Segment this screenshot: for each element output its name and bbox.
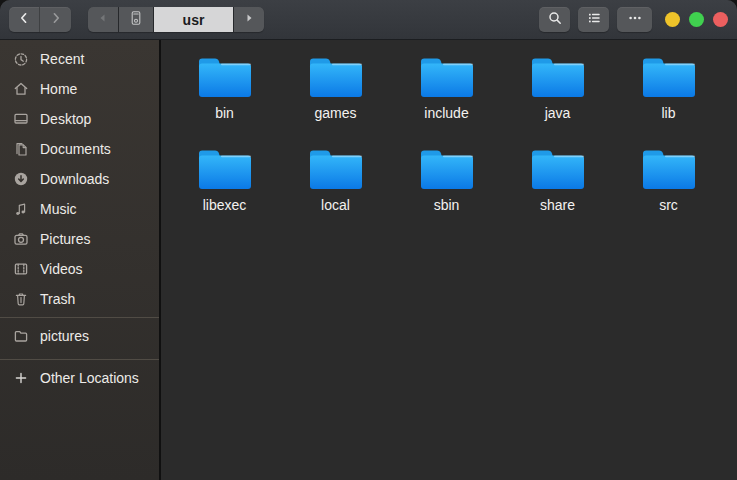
home-icon (13, 81, 29, 97)
sidebar-item-label: Music (40, 201, 77, 217)
folder-item-sbin[interactable]: sbin (391, 144, 502, 236)
triangle-left-icon (95, 10, 111, 29)
folder-name: libexec (203, 197, 247, 213)
list-view-icon (586, 10, 602, 29)
folder-item-java[interactable]: java (502, 52, 613, 144)
folder-icon (13, 328, 29, 344)
folder-icon (305, 53, 367, 101)
sidebar-separator (0, 359, 159, 360)
sidebar-item-pictures[interactable]: Pictures (0, 224, 159, 254)
path-bar: usr (88, 7, 264, 32)
sidebar-item-home[interactable]: Home (0, 74, 159, 104)
sidebar-item-label: Home (40, 81, 77, 97)
sidebar-item-label: Other Locations (40, 370, 139, 386)
sidebar-item-recent[interactable]: Recent (0, 44, 159, 74)
sidebar-item-other-locations[interactable]: Other Locations (0, 363, 159, 393)
recent-icon (13, 51, 29, 67)
bookmarks-list: pictures (0, 321, 159, 351)
sidebar-separator (0, 317, 159, 318)
drive-icon (128, 10, 144, 29)
files-grid: bin games include (163, 40, 737, 480)
places-list: Recent Home Desktop Documents Downloads … (0, 44, 159, 314)
sidebar-item-trash[interactable]: Trash (0, 284, 159, 314)
folder-item-src[interactable]: src (613, 144, 724, 236)
close-button[interactable] (713, 12, 728, 27)
sidebar-item-pictures[interactable]: pictures (0, 321, 159, 351)
folder-name: sbin (434, 197, 460, 213)
sidebar-item-label: Videos (40, 261, 83, 277)
search-button[interactable] (539, 7, 570, 32)
folder-icon (194, 53, 256, 101)
folder-item-local[interactable]: local (280, 144, 391, 236)
sidebar-item-music[interactable]: Music (0, 194, 159, 224)
folder-icon (194, 145, 256, 193)
sidebar-item-documents[interactable]: Documents (0, 134, 159, 164)
menu-icon (627, 10, 643, 29)
forward-button[interactable] (40, 7, 71, 32)
chevron-left-icon (16, 10, 32, 29)
sidebar-item-desktop[interactable]: Desktop (0, 104, 159, 134)
sidebar-item-label: Documents (40, 141, 111, 157)
folder-name: share (540, 197, 575, 213)
folder-icon (305, 145, 367, 193)
folder-icon (638, 53, 700, 101)
folder-item-games[interactable]: games (280, 52, 391, 144)
triangle-right-icon (241, 10, 257, 29)
folder-name: lib (661, 105, 675, 121)
back-button[interactable] (9, 7, 40, 32)
folder-item-libexec[interactable]: libexec (169, 144, 280, 236)
headerbar: usr (0, 0, 737, 40)
folder-name: include (424, 105, 468, 121)
file-manager-window: usr Recent Home (0, 0, 737, 480)
folder-icon (416, 53, 478, 101)
view-list-button[interactable] (578, 7, 609, 32)
folder-name: java (545, 105, 571, 121)
sidebar-item-label: Trash (40, 291, 75, 307)
documents-icon (13, 141, 29, 157)
search-icon (547, 10, 563, 29)
sidebar-item-videos[interactable]: Videos (0, 254, 159, 284)
history-nav (9, 7, 71, 32)
folder-item-share[interactable]: share (502, 144, 613, 236)
sidebar-item-label: Downloads (40, 171, 109, 187)
pictures-icon (13, 231, 29, 247)
folder-icon (527, 53, 589, 101)
places-sidebar: Recent Home Desktop Documents Downloads … (0, 40, 161, 480)
sidebar-item-label: Recent (40, 51, 84, 67)
sidebar-item-label: pictures (40, 328, 89, 344)
music-icon (13, 201, 29, 217)
folder-name: games (314, 105, 356, 121)
sidebar-item-label: Desktop (40, 111, 91, 127)
path-root-drive-button[interactable] (119, 7, 153, 32)
header-actions (539, 7, 652, 32)
sidebar-item-label: Pictures (40, 231, 91, 247)
folder-item-lib[interactable]: lib (613, 52, 724, 144)
folder-name: src (659, 197, 678, 213)
folder-icon (527, 145, 589, 193)
window-controls (665, 12, 728, 27)
maximize-button[interactable] (689, 12, 704, 27)
path-current-folder-button[interactable]: usr (154, 7, 233, 32)
folder-item-bin[interactable]: bin (169, 52, 280, 144)
desktop-icon (13, 111, 29, 127)
folder-name: bin (215, 105, 234, 121)
plus-icon (13, 370, 29, 386)
downloads-icon (13, 171, 29, 187)
folder-item-include[interactable]: include (391, 52, 502, 144)
folder-icon (416, 145, 478, 193)
menu-button[interactable] (617, 7, 652, 32)
videos-icon (13, 261, 29, 277)
minimize-button[interactable] (665, 12, 680, 27)
folder-name: local (321, 197, 350, 213)
trash-icon (13, 291, 29, 307)
folder-icon (638, 145, 700, 193)
path-scroll-left-button[interactable] (88, 7, 118, 32)
chevron-right-icon (48, 10, 64, 29)
path-scroll-right-button[interactable] (234, 7, 264, 32)
sidebar-item-downloads[interactable]: Downloads (0, 164, 159, 194)
